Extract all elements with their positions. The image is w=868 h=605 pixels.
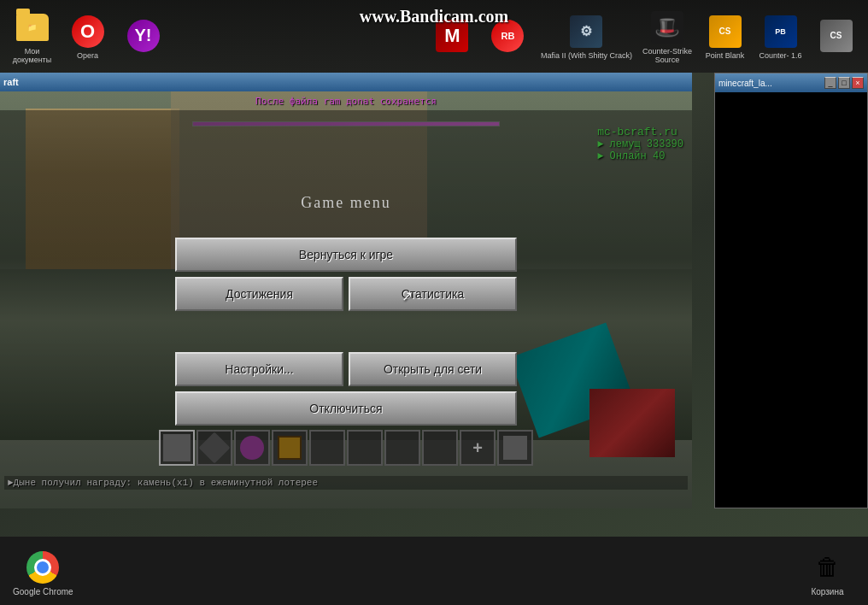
point-blank-icon: PB [763,14,799,50]
settings-button[interactable]: Настройки... [175,352,343,386]
console-maximize-button[interactable]: □ [838,77,850,89]
opera-icon: O [70,14,106,50]
taskbar-app-chrome[interactable]: Google Chrome [9,545,78,601]
game-title-text: raft [3,77,19,87]
chrome-app-icon [26,550,60,584]
cs-source-icon: CS [707,14,743,50]
recycle-app-icon: 🗑 [811,550,845,584]
bottom-taskbar: Google Chrome 🗑 Корзина [0,541,868,605]
console-window: minecraft_la... _ □ × [714,73,868,508]
taskbar-app-recycle[interactable]: 🗑 Корзина [795,545,859,601]
taskbar-label-opera: Opera [77,51,98,60]
taskbar-label-point-blank: Counter- 1.6 [759,51,801,60]
achievements-statistics-row: Достижения Статистика [175,277,517,311]
recycle-icon: 🗑 [812,551,844,584]
taskbar-icon-point-blank[interactable]: PB Counter- 1.6 [753,12,808,62]
taskbar-label-cs-source: Point Blank [706,51,745,60]
taskbar-label-mafia2: Counter-Strike Source [642,47,692,64]
chrome-app-label: Google Chrome [13,587,73,596]
open-network-button[interactable]: Открыть для сети [349,352,517,386]
taskbar-icon-opera[interactable]: O Opera [60,12,115,62]
console-content [715,92,867,508]
mafia2-icon: 🎩 [649,9,685,45]
taskbar-icon-cs-source[interactable]: CS Point Blank [697,12,753,62]
main-area: raft После файла ram доnat сохранется mc… [0,73,868,554]
console-controls: _ □ × [824,77,864,89]
steam-icon: ⚙ [568,14,604,50]
game-menu-overlay: Game menu Вернуться к игре Достижения Ст… [0,110,692,508]
top-taskbar: 📁 Мои документы O Opera Y! www.Bandicam.… [0,0,868,73]
game-menu-title: Game menu [301,194,390,212]
mouse-cursor: ↗ [402,288,413,304]
chrome-icon [26,551,59,584]
achievements-button[interactable]: Достижения [175,277,343,311]
taskbar-icon-steam[interactable]: ⚙ Mafia II (With Shitty Crack) [536,12,637,62]
folder-icon: 📁 [15,9,50,45]
game-titlebar: raft [0,73,692,91]
game-window[interactable]: raft После файла ram доnat сохранется mc… [0,73,692,508]
progress-area: После файла ram доnat сохранется [255,96,437,109]
taskbar-icon-yahoo[interactable]: Y! [115,16,171,57]
taskbar-icon-my-docs[interactable]: 📁 Мои документы [4,8,60,66]
return-to-game-button[interactable]: Вернуться к игре [175,238,517,272]
recycle-app-label: Корзина [811,587,843,596]
yahoo-icon: Y! [126,18,161,54]
console-minimize-button[interactable]: _ [824,77,836,89]
counter16-icon: CS [818,18,854,54]
settings-network-row: Настройки... Открыть для сети [175,352,517,386]
taskbar-label-my-docs: Мои документы [13,47,51,64]
taskbar-label-steam: Mafia II (With Shitty Crack) [541,51,632,60]
taskbar-icon-counter16[interactable]: CS [808,16,864,57]
menu-buttons-container: Вернуться к игре Достижения Статистика Н… [175,238,517,426]
statistics-button[interactable]: Статистика [349,277,517,311]
console-title-text: minecraft_la... [718,79,772,88]
taskbar-icon-mafia2[interactable]: 🎩 Counter-Strike Source [637,8,697,66]
console-titlebar: minecraft_la... _ □ × [715,73,867,92]
console-close-button[interactable]: × [852,77,864,89]
progress-label: После файла ram доnat сохранется [255,96,437,107]
game-scene: После файла ram доnat сохранется mc-bcra… [0,91,692,508]
bandicam-watermark: www.Bandicam.com [360,7,508,26]
disconnect-button[interactable]: Отключиться [175,391,517,426]
